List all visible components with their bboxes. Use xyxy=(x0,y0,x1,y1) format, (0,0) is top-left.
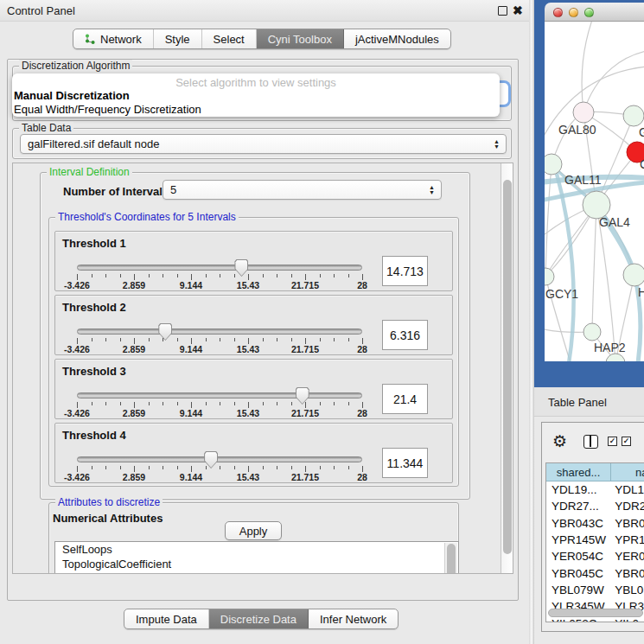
minimize-traffic-light[interactable] xyxy=(569,8,578,17)
threshold-2-label: Threshold 2 xyxy=(62,301,126,314)
network-window-titlebar[interactable] xyxy=(545,3,644,22)
close-traffic-light[interactable] xyxy=(553,8,563,17)
slider-tick-labels: -3.426 2.859 9.144 15.43 21.715 28 xyxy=(77,280,362,290)
tab-infer-network[interactable]: Infer Network xyxy=(309,609,398,628)
table-data-group: Table Data galFiltered.sif default node … xyxy=(12,128,512,159)
number-of-intervals-label: Number of Intervals xyxy=(63,185,169,198)
numerical-attributes-list[interactable]: SelfLoops TopologicalCoefficient Between… xyxy=(54,541,459,574)
screen: Control Panel ✖ Network Style Select Cyn… xyxy=(0,0,644,644)
column-header-name[interactable]: na xyxy=(611,463,644,481)
option-manual-discretization[interactable]: Manual Discretization xyxy=(14,89,130,102)
interval-definition-title: Interval Definition xyxy=(47,166,132,178)
column-header-shared-name[interactable]: shared... xyxy=(546,463,611,481)
apply-button[interactable]: Apply xyxy=(225,521,282,540)
option-equal-width-frequency[interactable]: Equal Width/Frequency Discretization xyxy=(14,103,201,116)
network-view-panel: GAL80 G C GAL11 GAL4 GCY1 H HAP2 xyxy=(534,0,644,387)
number-of-intervals-value: 5 xyxy=(170,183,176,196)
node-gal80[interactable] xyxy=(573,102,594,123)
table-row[interactable]: YDR27...YDR2 xyxy=(546,498,644,514)
gear-icon[interactable]: ⚙ xyxy=(552,431,567,451)
node-top-right[interactable] xyxy=(623,105,644,126)
tab-select[interactable]: Select xyxy=(202,29,257,48)
slider-track[interactable] xyxy=(77,328,362,335)
tab-cyni-toolbox[interactable]: Cyni Toolbox xyxy=(257,29,344,48)
svg-text:C: C xyxy=(640,157,644,171)
threshold-3-value-field[interactable]: 21.4 xyxy=(382,384,428,414)
table-row[interactable]: YER054CYER0 xyxy=(546,548,644,564)
svg-text:GCY1: GCY1 xyxy=(545,287,578,301)
tab-style[interactable]: Style xyxy=(154,29,202,48)
node-right[interactable] xyxy=(623,264,644,286)
slider-track[interactable] xyxy=(77,456,362,462)
threshold-3-slider[interactable]: -3.426 2.859 9.144 15.43 21.715 28 xyxy=(77,392,362,413)
numerical-attributes-label: Numerical Attributes xyxy=(53,512,163,525)
unselect-all-checkbox-icon[interactable]: ✓ xyxy=(622,437,631,446)
list-item[interactable]: SelfLoops xyxy=(55,542,458,557)
table-row[interactable]: YPR145WYPR1 xyxy=(546,532,644,548)
table-panel-title: Table Panel xyxy=(548,396,607,409)
float-window-icon[interactable] xyxy=(498,6,507,16)
attributes-group-title: Attributes to discretize xyxy=(55,496,163,508)
svg-text:G: G xyxy=(639,125,644,139)
threshold-4-panel: Threshold 4 -3.426 2.859 9.144 21.715 15… xyxy=(54,423,453,483)
bottom-tab-strip: Impute Data Discretize Data Infer Networ… xyxy=(124,609,399,629)
panel-title: Control Panel xyxy=(7,4,75,17)
threshold-2-slider[interactable]: -3.426 2.859 9.144 15.43 21.715 28 xyxy=(77,328,362,349)
network-canvas[interactable]: GAL80 G C GAL11 GAL4 GCY1 H HAP2 xyxy=(545,22,644,361)
network-window: GAL80 G C GAL11 GAL4 GCY1 H HAP2 xyxy=(545,3,644,361)
tab-network[interactable]: Network xyxy=(73,29,154,48)
table-row[interactable]: YBR043CYBR0 xyxy=(546,515,644,532)
threshold-3-label: Threshold 3 xyxy=(62,365,126,378)
viewport-scrollbar[interactable] xyxy=(501,163,513,573)
slider-tick-labels: -3.426 2.859 9.144 15.43 21.715 28 xyxy=(77,344,362,354)
thresholds-group-title: Threshold's Coordinates for 5 Intervals xyxy=(55,211,239,223)
settings-scroll-viewport: Interval Definition Number of Intervals … xyxy=(12,163,513,574)
network-nodes[interactable] xyxy=(545,102,644,361)
table-data-value: galFiltered.sif default node xyxy=(28,137,159,150)
threshold-1-value-field[interactable]: 14.713 xyxy=(382,256,428,286)
scrollbar-thumb[interactable] xyxy=(503,180,512,554)
slider-ticks xyxy=(77,274,362,280)
svg-text:GAL80: GAL80 xyxy=(558,123,596,137)
threshold-2-panel: Threshold 2 -3.426 2.859 9.144 15.43 21.… xyxy=(54,295,453,355)
threshold-1-label: Threshold 1 xyxy=(62,237,126,250)
threshold-4-label: Threshold 4 xyxy=(62,429,126,442)
list-item[interactable]: TopologicalCoefficient xyxy=(55,557,458,571)
select-all-checkbox-icon[interactable]: ✓ xyxy=(608,437,617,446)
slider-tick-labels: -3.426 2.859 9.144 21.715 15.43 28 xyxy=(77,472,362,482)
slider-track[interactable] xyxy=(77,265,362,271)
table-panel-box: ⚙ ✓ ✓ shared... na YDL19...YDL1 YDR27...… xyxy=(541,422,644,632)
threshold-1-slider[interactable]: -3.426 2.859 9.144 15.43 21.715 28 xyxy=(77,265,362,285)
list-scrollbar[interactable] xyxy=(444,543,457,574)
slider-track[interactable] xyxy=(77,392,362,399)
node-bottom-partial[interactable] xyxy=(606,354,625,361)
slider-ticks xyxy=(77,466,362,472)
zoom-traffic-light[interactable] xyxy=(584,8,594,17)
table-rows: YDL19...YDL1 YDR27...YDR2 YBR043CYBR0 YP… xyxy=(546,481,644,622)
table-row[interactable]: YDL19...YDL1 xyxy=(546,481,644,498)
threshold-4-slider[interactable]: -3.426 2.859 9.144 21.715 15.43 28 xyxy=(77,456,362,477)
columns-icon[interactable] xyxy=(583,435,598,449)
slider-tick-labels: -3.426 2.859 9.144 15.43 21.715 28 xyxy=(77,408,362,418)
tab-impute-data[interactable]: Impute Data xyxy=(124,609,209,628)
horizontal-scrollbar[interactable] xyxy=(548,609,643,617)
node-gal11[interactable] xyxy=(545,154,562,175)
threshold-4-value-field[interactable]: 11.344 xyxy=(382,448,428,478)
node-gcy1[interactable] xyxy=(545,268,554,285)
table-row[interactable]: YBR045CYBR0 xyxy=(546,564,644,581)
table-row[interactable]: YBL079WYBL0 xyxy=(546,582,644,598)
number-of-intervals-combobox[interactable]: 5 ▲▼ xyxy=(163,180,442,200)
threshold-2-value-field[interactable]: 6.316 xyxy=(382,320,428,350)
tab-jactivemnodules[interactable]: jActiveMNodules xyxy=(344,29,450,48)
control-panel-titlebar: Control Panel ✖ xyxy=(0,0,529,22)
threshold-3-panel: Threshold 3 -3.426 2.859 9.144 15.43 21.… xyxy=(54,359,453,419)
slider-ticks xyxy=(77,338,362,344)
svg-text:HAP2: HAP2 xyxy=(594,341,626,354)
tab-discretize-data[interactable]: Discretize Data xyxy=(209,609,309,628)
table-panel-bar: Table Panel xyxy=(534,387,644,417)
node-hap2[interactable] xyxy=(583,323,601,341)
table-data-combobox[interactable]: galFiltered.sif default node ▲▼ xyxy=(20,134,507,154)
list-item[interactable]: BetweennessCentrality xyxy=(55,571,458,574)
table-data-title: Table Data xyxy=(19,122,73,134)
close-icon[interactable]: ✖ xyxy=(513,3,523,17)
